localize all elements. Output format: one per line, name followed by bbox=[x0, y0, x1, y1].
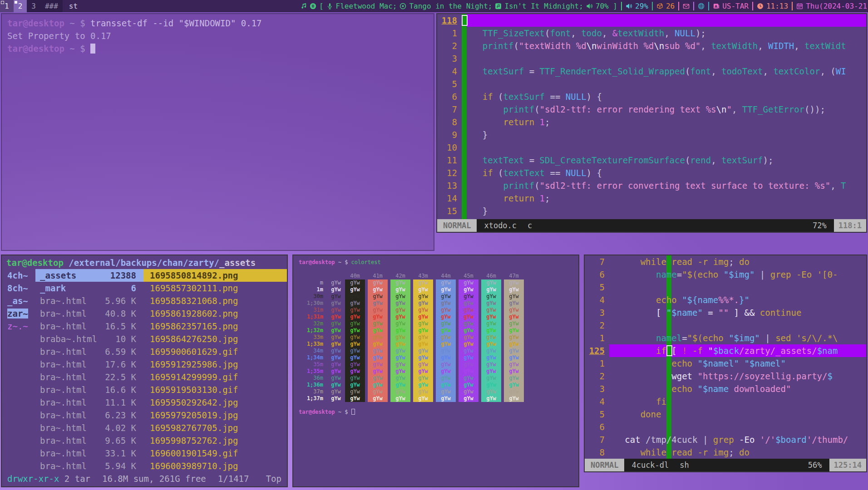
fm-entry[interactable]: _mark6 bbox=[35, 282, 143, 294]
fm-entry[interactable]: bra~.html4.02 K bbox=[35, 421, 143, 434]
status-date[interactable]: Thu(2024-03-21 bbox=[796, 2, 867, 10]
file-row[interactable]: zar~bra~.html40.8 K1695861928602.png bbox=[2, 307, 287, 320]
file-row[interactable]: braba~.html10 K1695864276250.jpg bbox=[2, 333, 287, 345]
fm-entry[interactable]: bra~.html5.96 K bbox=[35, 294, 143, 307]
fm-entry[interactable]: bra~.html40.8 K bbox=[35, 307, 143, 320]
fm-parent-cell[interactable] bbox=[2, 421, 35, 434]
fm-parent-item[interactable]: 8ch~ bbox=[7, 283, 28, 293]
fm-parent-cell[interactable] bbox=[2, 460, 35, 472]
terminal-transset[interactable]: tar@desktop ~ $ transset-df --id "$WINDO… bbox=[1, 13, 434, 251]
fm-parent-cell[interactable] bbox=[2, 434, 35, 447]
vim-4cuck-dl-window[interactable]: 7 while read -r img; do6 name="$(echo "$… bbox=[584, 255, 867, 472]
fm-preview-item[interactable]: 1695912925986.jpg bbox=[143, 358, 287, 371]
workspace-tag-1[interactable]: 1 bbox=[0, 0, 14, 12]
color-swatch: gYw bbox=[345, 361, 365, 368]
fm-parent-item[interactable]: zar~ bbox=[7, 309, 28, 318]
status-volume[interactable]: 29% bbox=[626, 2, 648, 10]
fm-preview-item[interactable]: 1695862357165.png bbox=[143, 320, 287, 333]
fm-entry[interactable]: bra~.html16.6 K bbox=[35, 383, 143, 396]
workspace-tag-3[interactable]: 3 bbox=[27, 0, 40, 12]
statusline-filetype: c bbox=[528, 219, 532, 232]
statusline-center: 4cuck-dlsh56% bbox=[624, 459, 829, 471]
fm-entry[interactable]: bra~.html6.23 K bbox=[35, 409, 143, 421]
status-updates[interactable]: 26 bbox=[656, 2, 675, 10]
fm-preview-item[interactable]: 1696001901549.gif bbox=[143, 447, 287, 460]
fm-entry[interactable]: bra~.html5.94 K bbox=[35, 460, 143, 472]
fm-entry[interactable]: braba~.html10 K bbox=[35, 333, 143, 345]
file-row[interactable]: bra~.html6.23 K1695979205019.jpg bbox=[2, 409, 287, 421]
fm-preview-item[interactable]: 1695982767705.jpg bbox=[143, 421, 287, 434]
color-swatch: gYw bbox=[327, 361, 345, 368]
color-swatch: gYw bbox=[504, 293, 524, 300]
fm-preview-item[interactable]: 1695850814892.png bbox=[143, 269, 287, 282]
status-clock[interactable]: 11:13 bbox=[757, 2, 788, 10]
fm-entry[interactable]: bra~.html9.65 K bbox=[35, 434, 143, 447]
fm-preview-item[interactable]: 1695900601629.gif bbox=[143, 345, 287, 358]
file-row[interactable]: bra~.html5.94 K1696003989710.jpg bbox=[2, 460, 287, 472]
fm-parent-cell[interactable]: 4ch~ bbox=[2, 269, 35, 282]
color-swatch: gYw bbox=[413, 286, 433, 293]
fm-parent-cell[interactable] bbox=[2, 396, 35, 409]
file-row[interactable]: 4ch~_assets123881695850814892.png bbox=[2, 269, 287, 282]
fm-parent-cell[interactable] bbox=[2, 447, 35, 460]
fm-preview-item[interactable]: 1695857302111.png bbox=[143, 282, 287, 294]
file-row[interactable]: bra~.html17.6 K1695912925986.jpg bbox=[2, 358, 287, 371]
status-keyboard-layout[interactable]: AUS-TAR bbox=[713, 2, 749, 10]
fm-entry[interactable]: bra~.html11.1 K bbox=[35, 396, 143, 409]
file-row[interactable]: bra~.html33.1 K1696001901549.gif bbox=[2, 447, 287, 460]
fm-parent-item[interactable]: z~.~ bbox=[7, 321, 28, 331]
cursor-block bbox=[351, 409, 355, 415]
fm-parent-item[interactable]: 4ch~ bbox=[7, 270, 28, 280]
file-name: bra~.html bbox=[40, 460, 87, 472]
fm-preview-item[interactable]: 1695858321068.png bbox=[143, 294, 287, 307]
file-row[interactable]: bra~.html4.02 K1695982767705.jpg bbox=[2, 421, 287, 434]
file-row[interactable]: 8ch~_mark61695857302111.png bbox=[2, 282, 287, 294]
status-network[interactable] bbox=[698, 3, 705, 10]
color-swatch: gYw bbox=[413, 320, 433, 327]
fm-entry[interactable]: bra~.html17.6 K bbox=[35, 358, 143, 371]
fm-parent-cell[interactable] bbox=[2, 333, 35, 345]
workspace-tag-###[interactable]: ### bbox=[40, 0, 63, 12]
fm-parent-cell[interactable] bbox=[2, 409, 35, 421]
color-swatch: gYw bbox=[327, 354, 345, 361]
file-row[interactable]: bra~.html16.6 K1695919503130.gif bbox=[2, 383, 287, 396]
fm-parent-cell[interactable]: _as~ bbox=[2, 294, 35, 307]
fm-preview-item[interactable]: 1696003989710.jpg bbox=[143, 460, 287, 472]
fm-entry[interactable]: bra~.html33.1 K bbox=[35, 447, 143, 460]
fm-parent-cell[interactable] bbox=[2, 345, 35, 358]
file-manager-window[interactable]: tar@desktop /external/backups/chan/zarty… bbox=[1, 255, 288, 487]
status-now-playing[interactable]: [ Fleetwood Mac; Tango in the Night; Isn… bbox=[300, 2, 617, 10]
fm-parent-cell[interactable] bbox=[2, 383, 35, 396]
fm-parent-cell[interactable] bbox=[2, 371, 35, 383]
fm-preview-item[interactable]: 1695864276250.jpg bbox=[143, 333, 287, 345]
fm-preview-item[interactable]: 1695979205019.jpg bbox=[143, 409, 287, 421]
fm-preview-item[interactable]: 1695950292642.jpg bbox=[143, 396, 287, 409]
color-swatch: gYw bbox=[390, 314, 410, 320]
code-line: 7 printf("sdl2-ttf: error rendering text… bbox=[437, 103, 866, 116]
color-swatch: gYw bbox=[368, 334, 388, 341]
file-row[interactable]: z~.~bra~.html16.5 K1695862357165.png bbox=[2, 320, 287, 333]
fm-parent-cell[interactable]: 8ch~ bbox=[2, 282, 35, 294]
fm-entry[interactable]: bra~.html16.5 K bbox=[35, 320, 143, 333]
file-row[interactable]: bra~.html22.5 K1695914299999.gif bbox=[2, 371, 287, 383]
file-row[interactable]: bra~.html9.65 K1695998752762.jpg bbox=[2, 434, 287, 447]
fm-entry[interactable]: bra~.html22.5 K bbox=[35, 371, 143, 383]
color-swatch: gYw bbox=[327, 320, 345, 327]
fm-preview-item[interactable]: 1695919503130.gif bbox=[143, 383, 287, 396]
fm-entry[interactable]: bra~.html6.59 K bbox=[35, 345, 143, 358]
fm-parent-cell[interactable] bbox=[2, 358, 35, 371]
file-row[interactable]: _as~bra~.html5.96 K1695858321068.png bbox=[2, 294, 287, 307]
fm-entry[interactable]: _assets12388 bbox=[35, 269, 143, 282]
fm-preview-item[interactable]: 1695998752762.jpg bbox=[143, 434, 287, 447]
fm-parent-cell[interactable]: z~.~ bbox=[2, 320, 35, 333]
status-mail[interactable] bbox=[683, 3, 690, 10]
fm-preview-item[interactable]: 1695861928602.png bbox=[143, 307, 287, 320]
vim-xtodo-window[interactable]: 1181 TTF_SizeText(font, todo, &textWidth… bbox=[436, 13, 867, 233]
workspace-tag-2[interactable]: 2 bbox=[14, 0, 27, 12]
fm-parent-cell[interactable]: zar~ bbox=[2, 307, 35, 320]
fm-parent-item[interactable]: _as~ bbox=[7, 296, 28, 306]
terminal-colortest[interactable]: tar@desktop ~ $ colortest40m41m42m43m44m… bbox=[292, 255, 579, 487]
fm-preview-item[interactable]: 1695914299999.gif bbox=[143, 371, 287, 383]
file-row[interactable]: bra~.html6.59 K1695900601629.gif bbox=[2, 345, 287, 358]
file-row[interactable]: bra~.html11.1 K1695950292642.jpg bbox=[2, 396, 287, 409]
